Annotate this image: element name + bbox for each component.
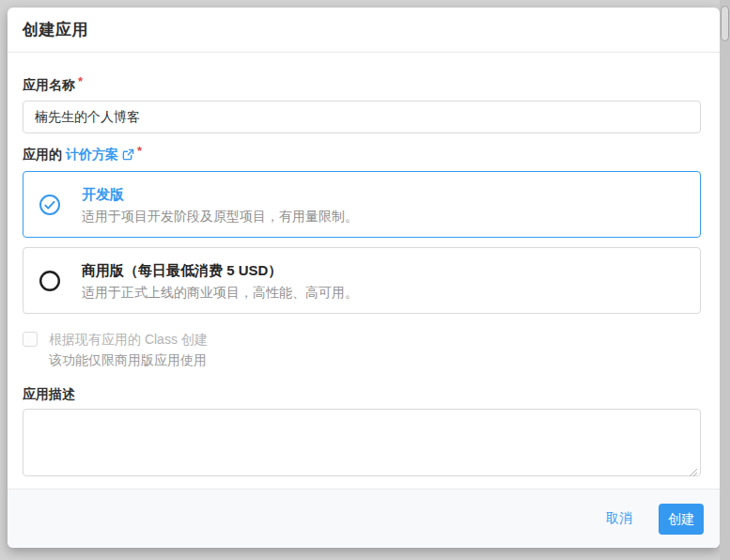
dialog-footer: 取消 创建 xyxy=(8,489,720,548)
dialog-title: 创建应用 xyxy=(23,19,88,40)
dialog-body: 应用名称* 应用的计价方案* 开发版 适用于项目开发阶段及原型项目，有用量限制。 xyxy=(8,53,720,489)
class-clone-checkbox xyxy=(23,332,38,347)
app-name-input[interactable] xyxy=(23,101,701,133)
scrollbar-track[interactable] xyxy=(720,0,730,560)
scrollbar-thumb[interactable] xyxy=(721,6,729,41)
pricing-label-row: 应用的计价方案* xyxy=(23,145,701,165)
plan-text: 商用版（每日最低消费 5 USD） 适用于正式上线的商业项目，高性能、高可用。 xyxy=(82,261,358,301)
plan-option-developer[interactable]: 开发版 适用于项目开发阶段及原型项目，有用量限制。 xyxy=(23,171,701,238)
create-button[interactable]: 创建 xyxy=(659,504,704,535)
class-clone-label: 根据现有应用的 Class 创建 xyxy=(49,330,208,349)
cancel-button[interactable]: 取消 xyxy=(604,505,634,533)
external-link-icon xyxy=(122,147,134,165)
plan-description: 适用于项目开发阶段及原型项目，有用量限制。 xyxy=(82,208,358,225)
modal-overlay: 创建应用 应用名称* 应用的计价方案* 开发版 适用于 xyxy=(0,0,730,560)
dialog-header: 创建应用 xyxy=(8,8,720,53)
pricing-label-prefix: 应用的 xyxy=(23,147,62,162)
resize-handle-icon[interactable] xyxy=(689,464,698,474)
plan-text: 开发版 适用于项目开发阶段及原型项目，有用量限制。 xyxy=(82,185,358,225)
radio-circle-icon xyxy=(39,270,61,292)
app-description-textarea[interactable] xyxy=(23,409,701,476)
required-asterisk: * xyxy=(137,144,142,158)
pricing-plan-link[interactable]: 计价方案 xyxy=(66,147,134,162)
app-name-label: 应用名称* xyxy=(23,75,701,95)
check-circle-icon xyxy=(39,194,61,216)
plan-title: 商用版（每日最低消费 5 USD） xyxy=(82,261,358,279)
create-app-dialog: 创建应用 应用名称* 应用的计价方案* 开发版 适用于 xyxy=(8,8,720,548)
plan-title: 开发版 xyxy=(82,185,358,203)
class-clone-note: 该功能仅限商用版应用使用 xyxy=(49,350,701,369)
app-name-field: 应用名称* xyxy=(23,75,701,133)
app-description-label: 应用描述 xyxy=(23,384,701,403)
plan-option-commercial[interactable]: 商用版（每日最低消费 5 USD） 适用于正式上线的商业项目，高性能、高可用。 xyxy=(23,247,701,314)
required-asterisk: * xyxy=(78,74,83,88)
class-clone-row: 根据现有应用的 Class 创建 xyxy=(23,330,701,349)
app-description-field xyxy=(23,409,701,476)
plan-description: 适用于正式上线的商业项目，高性能、高可用。 xyxy=(82,284,358,301)
